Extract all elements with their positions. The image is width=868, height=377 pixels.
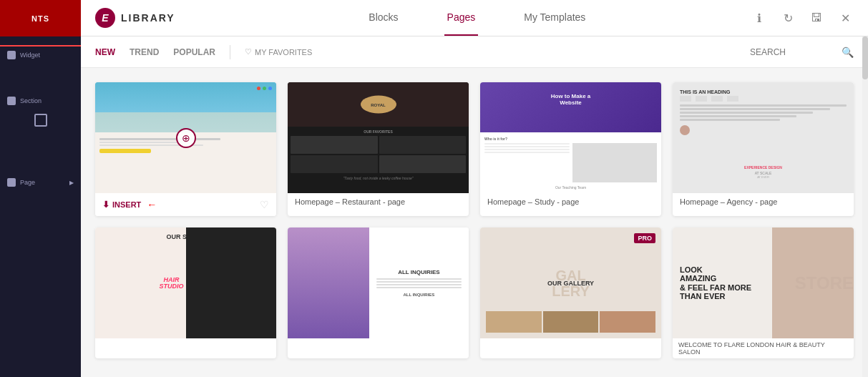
restaurant-menu: OUR FAVORITES "Tasty food, not inside a … <box>288 127 469 193</box>
agency-content-wrapper: THIS IS AN HEADING <box>673 82 854 145</box>
salon-thumbnail: PRO OUR SALON HAIRSTUDIO <box>95 227 276 338</box>
template-card-6[interactable]: PRO ALL INQUIRIES AL <box>288 227 469 358</box>
logo-3 <box>711 96 723 102</box>
template-card-7[interactable]: PRO GALLERY OUR GALLERY <box>480 227 661 358</box>
salon-dark-half <box>186 227 277 338</box>
template-card-4[interactable]: THIS IS AN HEADING <box>673 82 854 216</box>
agency-text <box>680 104 847 138</box>
our-favorites-label: OUR FAVORITES <box>291 129 466 134</box>
our-gallery-text: OUR GALLERY <box>547 280 594 287</box>
contact-form-lines <box>376 278 462 288</box>
library-modal: E LIBRARY Blocks Pages My Templates ℹ ↻ … <box>81 0 868 377</box>
sidebar-section-label: Section <box>20 97 42 104</box>
header-tabs: Blocks Pages My Templates <box>204 0 751 36</box>
avatar-circle <box>680 125 690 135</box>
dot-blue <box>268 87 272 90</box>
content-area[interactable]: ⊕ ⬇ INSERT ← ♡ <box>81 68 868 377</box>
restaurant-name: ROYAL <box>371 102 385 107</box>
library-title: LIBRARY <box>121 12 175 24</box>
search-input[interactable] <box>750 47 836 57</box>
pro-badge-7: PRO <box>634 233 655 243</box>
template-thumbnail-1: ⊕ <box>95 82 276 193</box>
template-name-3: Homepage – Study - page <box>480 193 661 212</box>
filter-popular-button[interactable]: POPULAR <box>173 44 215 60</box>
gallery-thumbnail: PRO GALLERY OUR GALLERY <box>480 227 661 338</box>
insert-button-1[interactable]: ⬇ INSERT <box>102 200 141 210</box>
close-button[interactable]: ✕ <box>837 9 854 26</box>
contact-thumbnail: PRO ALL INQUIRIES AL <box>288 227 469 338</box>
filter-bar: NEW TREND POPULAR ♡ MY FAVORITES 🔍 <box>81 36 868 68</box>
search-icon: 🔍 <box>842 46 854 58</box>
sidebar-item-section[interactable]: Section <box>0 92 81 109</box>
who-is-it-for: Who is it for? <box>484 137 657 141</box>
sidebar: NTS Widget Section Page ▶ <box>0 0 81 377</box>
filter-new-button[interactable]: NEW <box>95 44 115 60</box>
favorite-btn-1[interactable]: ♡ <box>260 199 269 210</box>
tab-my-templates[interactable]: My Templates <box>521 0 588 36</box>
template-card-5[interactable]: PRO OUR SALON HAIRSTUDIO <box>95 227 276 358</box>
save-button[interactable]: 🖫 <box>808 9 825 26</box>
restaurant-top: ROYAL <box>288 82 469 127</box>
heart-icon: ♡ <box>245 47 252 57</box>
template-thumbnail-7: PRO GALLERY OUR GALLERY <box>480 227 661 338</box>
study-line-1 <box>484 143 570 145</box>
info-button[interactable]: ℹ <box>751 9 768 26</box>
logo-1 <box>680 96 691 102</box>
template-card-8[interactable]: PRO LOOKAMAZING& FEEL FAR MORETHAN EVER … <box>673 227 854 358</box>
gallery-photos-row <box>480 311 661 333</box>
content-line-2 <box>99 142 186 143</box>
sidebar-page-label: Page <box>20 179 35 186</box>
scrollbar-track[interactable] <box>862 36 868 377</box>
experience-design: EXPERIENCE DESIGN <box>680 165 847 170</box>
template-card-3[interactable]: How to Make aWebsite Who is it for? <box>480 82 661 216</box>
favorites-filter[interactable]: ♡ MY FAVORITES <box>245 47 312 57</box>
contact-us-title: ALL INQUIRIES <box>398 269 440 275</box>
form-line-3 <box>376 284 462 285</box>
template-card-2[interactable]: ROYAL OUR FAVORITES "Tasty food, <box>288 82 469 216</box>
content-line-1 <box>99 138 220 140</box>
template-name-7 <box>480 338 661 348</box>
elementor-logo-icon: E <box>95 8 115 28</box>
teaching-team: Our Teaching Team <box>484 185 657 190</box>
download-icon: ⬇ <box>102 200 109 210</box>
tab-blocks[interactable]: Blocks <box>366 0 401 36</box>
food-item-3 <box>291 155 378 173</box>
study-thumbnail: How to Make aWebsite Who is it for? <box>480 82 661 193</box>
agency-avatar <box>680 125 847 138</box>
sidebar-item-widget[interactable]: Widget <box>0 46 81 64</box>
nav-dots <box>257 87 272 90</box>
template-thumbnail-8: PRO LOOKAMAZING& FEEL FAR MORETHAN EVER … <box>673 227 854 338</box>
gallery-photo-1 <box>486 311 542 333</box>
hair-thumbnail: PRO LOOKAMAZING& FEEL FAR MORETHAN EVER … <box>673 227 854 338</box>
agency-desc: AT EVER <box>680 175 847 179</box>
scrollbar-thumb[interactable] <box>862 36 868 79</box>
restaurant-thumbnail: ROYAL OUR FAVORITES "Tasty food, <box>288 82 469 193</box>
model-photo <box>288 227 379 338</box>
content-btn <box>99 149 151 153</box>
template-thumbnail-2: ROYAL OUR FAVORITES "Tasty food, <box>288 82 469 193</box>
template-thumbnail-5: PRO OUR SALON HAIRSTUDIO <box>95 227 276 338</box>
study-line-3 <box>484 149 570 150</box>
filter-divider <box>230 45 230 59</box>
logo-4 <box>727 96 738 102</box>
template-name-5 <box>95 338 276 348</box>
food-item-2 <box>379 136 467 154</box>
study-content: Who is it for? Our Teaching T <box>480 132 661 193</box>
dot-red <box>257 87 260 90</box>
agency-body <box>680 104 847 138</box>
dot-green <box>263 87 266 90</box>
tab-pages[interactable]: Pages <box>444 0 479 36</box>
food-grid <box>291 136 466 173</box>
hair-text-block: LOOKAMAZING& FEEL FAR MORETHAN EVER <box>673 227 781 338</box>
all-inquiries-text: ALL INQUIRIES <box>403 293 434 297</box>
template-name-6 <box>288 338 469 348</box>
refresh-button[interactable]: ↻ <box>779 9 796 26</box>
template-card-1[interactable]: ⊕ ⬇ INSERT ← ♡ <box>95 82 276 216</box>
filter-trend-button[interactable]: TREND <box>130 44 159 60</box>
logo-2 <box>696 96 707 102</box>
favorites-label: MY FAVORITES <box>255 48 312 57</box>
sidebar-item-page[interactable]: Page ▶ <box>0 174 81 191</box>
template-name-2: Homepage – Restaurant - page <box>288 193 469 212</box>
form-line-1 <box>376 278 462 280</box>
agency-logos-row <box>680 96 847 102</box>
